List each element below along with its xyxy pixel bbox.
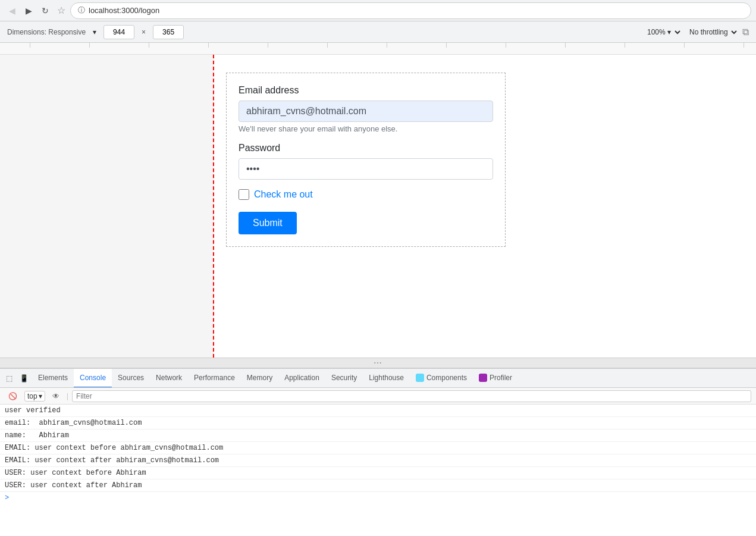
width-input[interactable] (103, 25, 134, 39)
tab-lighthouse-label: Lighthouse (369, 374, 404, 382)
console-filter-input[interactable] (72, 390, 751, 402)
tab-sources-label: Sources (118, 374, 144, 382)
profiler-icon (479, 374, 487, 382)
react-components-icon (416, 374, 424, 382)
forward-icon: ▶ (26, 6, 32, 15)
url-display: localhost:3000/logon (89, 6, 159, 15)
console-toolbar: 🚫 top ▾ 👁 | (0, 388, 756, 405)
console-text-1: user verified (5, 406, 61, 415)
context-dropdown-icon: ▾ (39, 392, 42, 400)
height-input[interactable] (153, 25, 184, 39)
login-form-container: Email address We'll never share your ema… (226, 73, 506, 247)
tab-memory[interactable]: Memory (241, 369, 278, 388)
reload-button[interactable]: ↻ (38, 4, 52, 18)
tab-application-label: Application (284, 374, 319, 382)
eye-icon: 👁 (52, 392, 59, 400)
tab-sources[interactable]: Sources (112, 369, 150, 388)
tab-network-label: Network (156, 374, 182, 382)
email-input[interactable] (239, 101, 493, 122)
tab-security-label: Security (331, 374, 357, 382)
address-bar[interactable]: ⓘ localhost:3000/logon (70, 2, 751, 19)
password-form-group: Password (239, 143, 493, 180)
tab-profiler-label: Profiler (490, 374, 512, 382)
email-form-group: Email address We'll never share your ema… (239, 85, 493, 133)
tab-application[interactable]: Application (278, 369, 325, 388)
back-icon: ◀ (9, 6, 15, 15)
tab-memory-label: Memory (247, 374, 272, 382)
tab-performance-label: Performance (194, 374, 235, 382)
responsive-toolbar: Dimensions: Responsive ▾ × 100% ▾ 50% 75… (0, 21, 756, 43)
x-separator: × (142, 28, 146, 36)
console-line-2: email: abhiram_cvns@hotmail.com (0, 417, 756, 430)
console-text-5: EMAIL: user context after abhiram_cvns@h… (5, 456, 219, 465)
console-line-7: USER: user context after Abhiram (0, 479, 756, 492)
console-prompt-input[interactable] (11, 494, 751, 502)
device-icon: 📱 (20, 374, 29, 383)
nav-buttons: ◀ ▶ ↻ (5, 4, 52, 18)
tab-components-label: Components (426, 374, 467, 382)
console-line-5: EMAIL: user context after abhiram_cvns@h… (0, 454, 756, 467)
email-label: Email address (239, 85, 493, 96)
clear-console-button[interactable]: 🚫 (5, 391, 21, 402)
submit-button[interactable]: Submit (239, 212, 297, 234)
browser-chrome: ◀ ▶ ↻ ☆ ⓘ localhost:3000/logon (0, 0, 756, 21)
back-button[interactable]: ◀ (5, 4, 19, 18)
tab-profiler[interactable]: Profiler (473, 369, 518, 388)
inspect-element-button[interactable]: ⬚ (2, 369, 16, 388)
devtools-tabs: ⬚ 📱 Elements Console Sources Network Per… (0, 369, 756, 388)
tab-elements-label: Elements (38, 374, 68, 382)
resize-handle[interactable]: ⋯ (0, 358, 756, 368)
tab-performance[interactable]: Performance (188, 369, 241, 388)
top-label: top (27, 392, 37, 400)
console-line-3: name: Abhiram (0, 430, 756, 442)
inspect-icon: ⬚ (6, 374, 12, 383)
prompt-arrow-icon: > (5, 494, 9, 502)
console-line-4: EMAIL: user context before abhiram_cvns@… (0, 442, 756, 454)
reload-icon: ↻ (42, 6, 49, 15)
eye-button[interactable]: 👁 (49, 391, 63, 402)
ban-icon: 🚫 (8, 392, 17, 400)
console-prompt-line[interactable]: > (0, 492, 756, 504)
tab-console[interactable]: Console (74, 369, 112, 388)
console-text-7: USER: user context after Abhiram (5, 481, 142, 490)
tab-lighthouse[interactable]: Lighthouse (363, 369, 410, 388)
resize-dots-icon: ⋯ (374, 358, 383, 368)
page-content: Email address We'll never share your ema… (214, 55, 756, 358)
console-output: user verified email: abhiram_cvns@hotmai… (0, 405, 756, 536)
password-label: Password (239, 143, 493, 153)
checkbox-group: Check me out (239, 189, 493, 200)
throttle-select[interactable]: No throttling Fast 3G Slow 3G Offline (686, 27, 739, 37)
console-text-4: EMAIL: user context before abhiram_cvns@… (5, 444, 223, 452)
tab-elements[interactable]: Elements (32, 369, 74, 388)
rotate-icon: ⧉ (742, 27, 749, 37)
bookmark-icon: ☆ (57, 5, 65, 16)
tab-components[interactable]: Components (410, 369, 473, 388)
zoom-select[interactable]: 100% ▾ 50% 75% 125% (644, 27, 682, 37)
devtools-panel: ⬚ 📱 Elements Console Sources Network Per… (0, 368, 756, 536)
check-me-out-checkbox[interactable] (239, 189, 249, 200)
dimensions-label: Dimensions: Responsive (7, 28, 86, 36)
console-line-6: USER: user context before Abhiram (0, 467, 756, 479)
console-line-1: user verified (0, 405, 756, 417)
tab-network[interactable]: Network (150, 369, 188, 388)
viewport-area: Email address We'll never share your ema… (0, 55, 756, 358)
forward-button[interactable]: ▶ (21, 4, 36, 18)
filter-separator: | (67, 391, 68, 400)
console-text-2: email: abhiram_cvns@hotmail.com (5, 419, 142, 427)
context-selector[interactable]: top ▾ (24, 391, 45, 402)
console-text-3: name: Abhiram (5, 431, 69, 440)
device-toggle-button[interactable]: 📱 (16, 369, 32, 388)
dimensions-controls: 100% ▾ 50% 75% 125% No throttling Fast 3… (191, 27, 749, 37)
tab-security[interactable]: Security (325, 369, 363, 388)
password-input[interactable] (239, 158, 493, 180)
checkbox-label: Check me out (254, 189, 313, 200)
page-left-panel (0, 55, 214, 358)
security-icon: ⓘ (78, 5, 85, 15)
dimensions-dropdown-icon[interactable]: ▾ (93, 28, 96, 36)
email-hint: We'll never share your email with anyone… (239, 124, 493, 133)
console-text-6: USER: user context before Abhiram (5, 469, 146, 477)
tab-console-label: Console (80, 374, 106, 382)
ruler (0, 43, 756, 55)
